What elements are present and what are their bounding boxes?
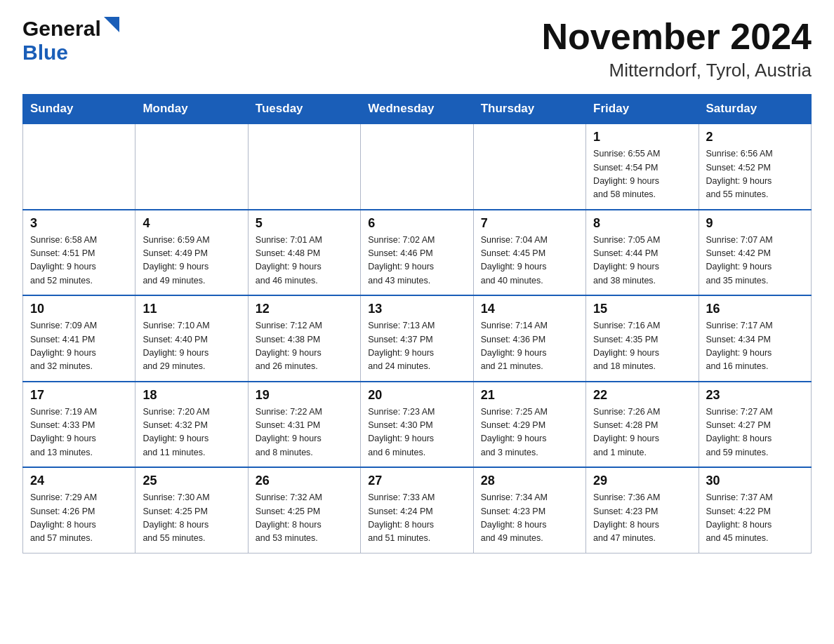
- table-row: 24Sunrise: 7:29 AMSunset: 4:26 PMDayligh…: [23, 467, 135, 553]
- day-info: Sunrise: 6:58 AMSunset: 4:51 PMDaylight:…: [30, 234, 128, 288]
- day-info: Sunrise: 7:02 AMSunset: 4:46 PMDaylight:…: [368, 234, 465, 288]
- day-number: 27: [368, 474, 465, 488]
- day-info: Sunrise: 7:13 AMSunset: 4:37 PMDaylight:…: [368, 319, 465, 374]
- col-friday: Friday: [586, 95, 699, 124]
- day-number: 17: [30, 388, 128, 403]
- day-info: Sunrise: 7:07 AMSunset: 4:42 PMDaylight:…: [706, 234, 804, 288]
- day-number: 29: [593, 474, 691, 488]
- day-number: 11: [143, 302, 240, 316]
- logo-triangle-icon: [104, 17, 119, 35]
- day-number: 16: [706, 302, 804, 316]
- table-row: 6Sunrise: 7:02 AMSunset: 4:46 PMDaylight…: [361, 210, 473, 296]
- day-info: Sunrise: 7:23 AMSunset: 4:30 PMDaylight:…: [368, 405, 465, 460]
- day-info: Sunrise: 7:09 AMSunset: 4:41 PMDaylight:…: [30, 319, 128, 374]
- table-row: 29Sunrise: 7:36 AMSunset: 4:23 PMDayligh…: [586, 467, 699, 553]
- table-row: 9Sunrise: 7:07 AMSunset: 4:42 PMDaylight…: [699, 210, 811, 296]
- day-info: Sunrise: 7:25 AMSunset: 4:29 PMDaylight:…: [481, 405, 578, 460]
- day-number: 24: [30, 474, 128, 488]
- table-row: 15Sunrise: 7:16 AMSunset: 4:35 PMDayligh…: [586, 295, 699, 382]
- day-number: 6: [368, 216, 465, 231]
- logo-blue-label: Blue: [22, 41, 68, 65]
- day-info: Sunrise: 7:20 AMSunset: 4:32 PMDaylight:…: [143, 405, 240, 460]
- day-number: 9: [706, 216, 804, 231]
- table-row: 17Sunrise: 7:19 AMSunset: 4:33 PMDayligh…: [23, 382, 135, 468]
- header-row: General Blue November 2024 Mitterndorf, …: [22, 17, 812, 81]
- day-number: 18: [143, 388, 240, 403]
- table-row: 13Sunrise: 7:13 AMSunset: 4:37 PMDayligh…: [361, 295, 473, 382]
- table-row: 2Sunrise: 6:56 AMSunset: 4:52 PMDaylight…: [699, 123, 811, 210]
- page-subtitle: Mitterndorf, Tyrol, Austria: [542, 60, 812, 81]
- table-row: 11Sunrise: 7:10 AMSunset: 4:40 PMDayligh…: [135, 295, 248, 382]
- calendar-table: Sunday Monday Tuesday Wednesday Thursday…: [22, 94, 812, 554]
- table-row: 7Sunrise: 7:04 AMSunset: 4:45 PMDaylight…: [473, 210, 585, 296]
- day-number: 3: [30, 216, 128, 231]
- day-number: 10: [30, 302, 128, 316]
- day-info: Sunrise: 7:30 AMSunset: 4:25 PMDaylight:…: [143, 491, 240, 546]
- table-row: 1Sunrise: 6:55 AMSunset: 4:54 PMDaylight…: [586, 123, 699, 210]
- day-number: 21: [481, 388, 578, 403]
- table-row: 27Sunrise: 7:33 AMSunset: 4:24 PMDayligh…: [361, 467, 473, 553]
- table-row: 10Sunrise: 7:09 AMSunset: 4:41 PMDayligh…: [23, 295, 135, 382]
- day-info: Sunrise: 7:33 AMSunset: 4:24 PMDaylight:…: [368, 491, 465, 546]
- table-row: [23, 123, 135, 210]
- day-info: Sunrise: 7:05 AMSunset: 4:44 PMDaylight:…: [593, 234, 691, 288]
- calendar-week-3: 10Sunrise: 7:09 AMSunset: 4:41 PMDayligh…: [23, 295, 812, 382]
- day-info: Sunrise: 7:01 AMSunset: 4:48 PMDaylight:…: [256, 234, 353, 288]
- table-row: 14Sunrise: 7:14 AMSunset: 4:36 PMDayligh…: [473, 295, 585, 382]
- table-row: 25Sunrise: 7:30 AMSunset: 4:25 PMDayligh…: [135, 467, 248, 553]
- day-number: 28: [481, 474, 578, 488]
- day-number: 8: [593, 216, 691, 231]
- table-row: [135, 123, 248, 210]
- table-row: 23Sunrise: 7:27 AMSunset: 4:27 PMDayligh…: [699, 382, 811, 468]
- table-row: 4Sunrise: 6:59 AMSunset: 4:49 PMDaylight…: [135, 210, 248, 296]
- table-row: 8Sunrise: 7:05 AMSunset: 4:44 PMDaylight…: [586, 210, 699, 296]
- table-row: 5Sunrise: 7:01 AMSunset: 4:48 PMDaylight…: [248, 210, 360, 296]
- table-row: 3Sunrise: 6:58 AMSunset: 4:51 PMDaylight…: [23, 210, 135, 296]
- table-row: [473, 123, 585, 210]
- day-info: Sunrise: 7:36 AMSunset: 4:23 PMDaylight:…: [593, 491, 691, 546]
- col-thursday: Thursday: [473, 95, 585, 124]
- day-number: 23: [706, 388, 804, 403]
- day-info: Sunrise: 7:04 AMSunset: 4:45 PMDaylight:…: [481, 234, 578, 288]
- day-info: Sunrise: 7:16 AMSunset: 4:35 PMDaylight:…: [593, 319, 691, 374]
- day-info: Sunrise: 7:17 AMSunset: 4:34 PMDaylight:…: [706, 319, 804, 374]
- day-info: Sunrise: 7:10 AMSunset: 4:40 PMDaylight:…: [143, 319, 240, 374]
- day-info: Sunrise: 7:26 AMSunset: 4:28 PMDaylight:…: [593, 405, 691, 460]
- day-number: 25: [143, 474, 240, 488]
- day-number: 26: [256, 474, 353, 488]
- day-number: 15: [593, 302, 691, 316]
- page: General Blue November 2024 Mitterndorf, …: [0, 0, 834, 576]
- day-number: 19: [256, 388, 353, 403]
- table-row: [361, 123, 473, 210]
- day-number: 7: [481, 216, 578, 231]
- day-info: Sunrise: 7:29 AMSunset: 4:26 PMDaylight:…: [30, 491, 128, 546]
- day-info: Sunrise: 7:37 AMSunset: 4:22 PMDaylight:…: [706, 491, 804, 546]
- day-number: 1: [593, 130, 691, 145]
- table-row: 19Sunrise: 7:22 AMSunset: 4:31 PMDayligh…: [248, 382, 360, 468]
- calendar-week-1: 1Sunrise: 6:55 AMSunset: 4:54 PMDaylight…: [23, 123, 812, 210]
- logo: General Blue: [22, 17, 119, 65]
- table-row: 26Sunrise: 7:32 AMSunset: 4:25 PMDayligh…: [248, 467, 360, 553]
- calendar-week-2: 3Sunrise: 6:58 AMSunset: 4:51 PMDaylight…: [23, 210, 812, 296]
- day-info: Sunrise: 7:19 AMSunset: 4:33 PMDaylight:…: [30, 405, 128, 460]
- day-info: Sunrise: 7:14 AMSunset: 4:36 PMDaylight:…: [481, 319, 578, 374]
- table-row: [248, 123, 360, 210]
- day-info: Sunrise: 7:32 AMSunset: 4:25 PMDaylight:…: [256, 491, 353, 546]
- day-number: 5: [256, 216, 353, 231]
- day-info: Sunrise: 7:27 AMSunset: 4:27 PMDaylight:…: [706, 405, 804, 460]
- day-number: 13: [368, 302, 465, 316]
- day-info: Sunrise: 6:59 AMSunset: 4:49 PMDaylight:…: [143, 234, 240, 288]
- logo-general-text: General: [22, 17, 101, 41]
- table-row: 16Sunrise: 7:17 AMSunset: 4:34 PMDayligh…: [699, 295, 811, 382]
- table-row: 20Sunrise: 7:23 AMSunset: 4:30 PMDayligh…: [361, 382, 473, 468]
- day-info: Sunrise: 7:34 AMSunset: 4:23 PMDaylight:…: [481, 491, 578, 546]
- table-row: 21Sunrise: 7:25 AMSunset: 4:29 PMDayligh…: [473, 382, 585, 468]
- table-row: 18Sunrise: 7:20 AMSunset: 4:32 PMDayligh…: [135, 382, 248, 468]
- day-number: 20: [368, 388, 465, 403]
- day-info: Sunrise: 6:56 AMSunset: 4:52 PMDaylight:…: [706, 147, 804, 202]
- day-info: Sunrise: 6:55 AMSunset: 4:54 PMDaylight:…: [593, 147, 691, 202]
- calendar-week-4: 17Sunrise: 7:19 AMSunset: 4:33 PMDayligh…: [23, 382, 812, 468]
- day-number: 2: [706, 130, 804, 145]
- page-title: November 2024: [542, 17, 812, 57]
- day-number: 30: [706, 474, 804, 488]
